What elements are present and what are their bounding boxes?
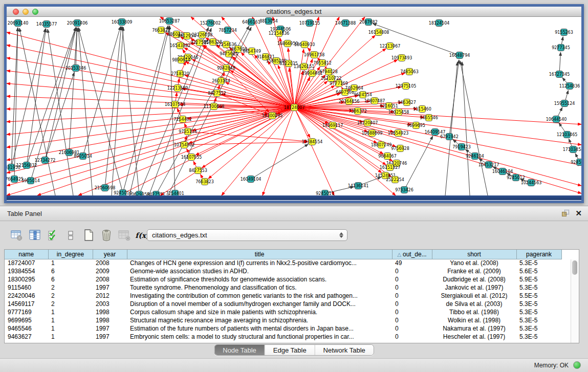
graph-node[interactable]: 10719155 <box>299 20 320 27</box>
graph-node[interactable]: 17103454 <box>563 146 581 153</box>
graph-node[interactable]: 9245011 <box>316 190 334 196</box>
close-window-icon[interactable] <box>13 9 19 15</box>
graph-node[interactable]: 15955124 <box>554 100 575 107</box>
graph-node[interactable]: 8813054 <box>259 18 278 25</box>
network-window-titlebar[interactable]: citations_edges.txt <box>7 7 581 17</box>
graph-node[interactable]: 16107554 <box>165 101 186 108</box>
network-graph[interactable]: 1872400720693140140355772009140616033809… <box>7 17 581 195</box>
graph-node[interactable]: 20153346 <box>66 65 86 72</box>
graph-node[interactable]: 12154836 <box>269 30 290 37</box>
table-row[interactable]: 1938455462009Genome-wide association stu… <box>5 267 561 275</box>
graph-node[interactable]: 7919423 <box>452 144 471 150</box>
table-row[interactable]: 946554611997Estimation of the future num… <box>5 324 561 333</box>
table-row[interactable]: 1456911722003Disruption of a novel membe… <box>5 300 561 308</box>
graph-node[interactable]: 10653287 <box>159 18 180 25</box>
graph-node[interactable]: 7664925 <box>7 176 24 183</box>
graph-node[interactable]: 9733426 <box>395 187 413 193</box>
graph-node[interactable]: 12213967 <box>380 43 401 50</box>
graph-node[interactable]: 16543382 <box>170 42 191 49</box>
graph-node[interactable]: 11254836 <box>559 83 580 90</box>
graph-node[interactable]: 9735134 <box>179 128 197 135</box>
table-row[interactable]: 2242004622012Investigating the contribut… <box>5 292 561 300</box>
float-panel-icon[interactable] <box>562 210 569 217</box>
graph-node[interactable]: 16154808 <box>368 29 389 36</box>
graph-node[interactable]: 16648794 <box>449 52 470 59</box>
graph-node[interactable]: 7485063 <box>400 69 419 75</box>
close-panel-icon[interactable]: ✕ <box>575 210 582 217</box>
table-row[interactable]: 1872400712008Changes of HCN gene express… <box>5 259 561 267</box>
graph-node[interactable]: 14569117 <box>322 122 343 129</box>
graph-node[interactable]: 12975105 <box>396 83 417 90</box>
graph-node[interactable]: 2522254 <box>386 177 404 183</box>
graph-node[interactable]: 12213589 <box>167 85 188 92</box>
graph-node[interactable]: 9624554 <box>354 92 372 98</box>
graph-node[interactable]: 9463627 <box>398 99 416 106</box>
column-header-name[interactable]: name <box>5 250 48 259</box>
table-select-dropdown[interactable]: citations_edges.txt <box>147 229 347 241</box>
graph-node[interactable]: 9756928 <box>391 145 409 152</box>
graph-node[interactable]: 9890614 <box>172 57 190 63</box>
graph-node[interactable]: 9699695 <box>407 122 425 129</box>
graph-node[interactable]: 10688609 <box>362 130 383 137</box>
graph-node[interactable]: 9475685 <box>220 51 238 57</box>
graph-node[interactable]: 11700468 <box>204 103 225 110</box>
graph-node[interactable]: 16046104 <box>492 168 513 175</box>
graph-node[interactable]: 16033809 <box>112 19 133 26</box>
graph-node[interactable]: 8454749 <box>243 48 261 55</box>
delete-icon[interactable] <box>100 229 113 242</box>
graph-node[interactable]: 9084067 <box>378 153 397 160</box>
graph-node[interactable]: 7663823 <box>195 179 214 185</box>
column-header-in[interactable]: in_degree <box>48 250 93 259</box>
graph-node[interactable]: 10973493 <box>391 55 412 61</box>
graph-node[interactable]: 9245013 <box>571 159 581 166</box>
graph-node[interactable]: 10453217 <box>478 162 499 168</box>
graph-node[interactable]: 9242848 <box>217 65 235 72</box>
graph-node[interactable]: 16151327 <box>380 164 401 171</box>
column-header-year[interactable]: year <box>93 250 127 259</box>
graph-node[interactable]: 15276002 <box>200 20 221 27</box>
network-canvas[interactable]: 1872400720693140140355772009140616033809… <box>7 17 581 195</box>
graph-node[interactable]: 8427551 <box>147 191 165 196</box>
graph-node[interactable]: 10644540 <box>546 116 567 123</box>
graph-node[interactable]: 9465546 <box>420 115 438 121</box>
graph-node[interactable]: 16961758 <box>304 52 325 58</box>
row-stack-icon[interactable] <box>64 229 77 242</box>
network-view-window[interactable]: citations_edges.txt 18724007206931401403… <box>4 4 584 203</box>
table-row[interactable]: 911546021997Tourette syndrome. Phenomeno… <box>5 283 561 292</box>
table-settings-icon[interactable] <box>10 229 24 242</box>
graph-node[interactable]: 18807249 <box>371 142 392 148</box>
zoom-window-icon[interactable] <box>32 9 38 15</box>
graph-node[interactable]: 14136141 <box>348 183 369 189</box>
graph-node[interactable]: 8427553 <box>189 167 207 174</box>
table-row[interactable]: 977716911998Corpus callosum shape and si… <box>5 308 561 316</box>
graph-node[interactable]: 10025458 <box>388 109 409 116</box>
tab-node-table[interactable]: Node Table <box>214 345 265 355</box>
show-columns-icon[interactable] <box>28 229 41 242</box>
graph-node[interactable]: 16727345 <box>549 71 570 78</box>
tab-edge-table[interactable]: Edge Table <box>265 345 315 355</box>
graph-node[interactable]: 16049104 <box>241 176 262 183</box>
table-scrollbar[interactable] <box>571 259 578 343</box>
table-scrollbar-thumb[interactable] <box>572 260 577 275</box>
select-all-icon[interactable] <box>46 229 59 242</box>
table-row[interactable]: 946362711997Embryonic stem cells: a mode… <box>5 333 561 341</box>
column-header-pr[interactable]: pagerank <box>516 250 561 259</box>
graph-node[interactable]: 14671388 <box>335 20 356 27</box>
graph-node[interactable]: 21060698 <box>95 185 116 191</box>
table-row[interactable]: 969969511998Structural magnetic resonanc… <box>5 316 561 324</box>
minimize-window-icon[interactable] <box>23 9 29 15</box>
graph-node[interactable]: 7386372 <box>349 108 367 115</box>
graph-node[interactable]: 9115460 <box>413 106 431 113</box>
graph-node[interactable]: 18640910 <box>294 41 315 48</box>
graph-node[interactable]: 7254401 <box>166 190 184 196</box>
graph-node[interactable]: 9277345 <box>552 45 570 51</box>
graph-node[interactable]: 5905014 <box>21 178 40 184</box>
graph-node[interactable]: 13626151 <box>294 63 315 70</box>
graph-node[interactable]: 9155263 <box>555 29 573 36</box>
graph-node[interactable]: 6466161 <box>242 19 260 26</box>
tab-network-table[interactable]: Network Table <box>315 345 374 355</box>
graph-node[interactable]: 18720407 <box>357 120 378 126</box>
graph-node[interactable]: 7955812 <box>313 60 332 67</box>
column-header-short[interactable]: short <box>432 250 516 259</box>
graph-node[interactable]: 12103465 <box>557 132 578 138</box>
